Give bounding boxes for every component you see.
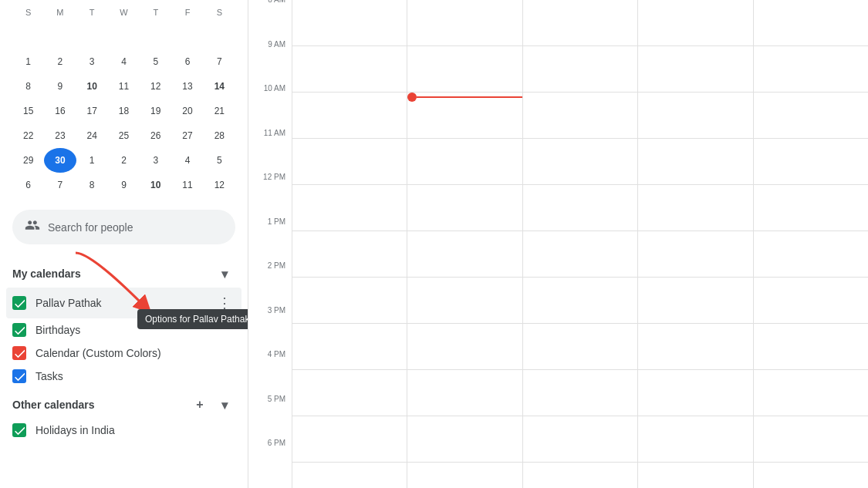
cal-day-6-6[interactable]: 12: [204, 173, 235, 197]
custom-label: Calendar (Custom Colors): [35, 347, 235, 359]
main-calendar-area: 8 AM 9 AM 10 AM 11 AM 12 PM 1 PM 2 PM 3 …: [248, 0, 868, 488]
other-calendars-collapse[interactable]: ▾: [214, 394, 235, 416]
cal-day-5-6[interactable]: 5: [204, 148, 235, 173]
cal-day-4-1[interactable]: 23: [44, 123, 76, 148]
other-calendars-add[interactable]: +: [189, 394, 211, 416]
day-column-2[interactable]: [407, 0, 522, 488]
weekday-t1: T: [76, 0, 108, 25]
weekday-m: M: [44, 0, 76, 25]
current-time-bar: [417, 96, 522, 98]
cal-day-3-1[interactable]: 16: [44, 99, 76, 123]
cal-day-2-4[interactable]: 12: [140, 74, 171, 99]
other-calendars-actions: + ▾: [189, 394, 235, 416]
other-calendars-label: Other calendars: [12, 399, 95, 411]
cal-day-5-0[interactable]: 29: [12, 148, 44, 173]
calendar-item-pallav[interactable]: Pallav Pathak ⋮ Options for Pallav Patha…: [6, 288, 241, 318]
weekday-s2: S: [204, 0, 235, 25]
pallav-options-button[interactable]: ⋮: [214, 292, 235, 314]
cal-day-3-2[interactable]: 17: [76, 99, 108, 123]
cal-day-5-1[interactable]: 30: [44, 148, 76, 173]
custom-checkbox: [12, 346, 26, 360]
cal-day-0-0[interactable]: [12, 25, 44, 49]
cal-day-3-4[interactable]: 19: [140, 99, 171, 123]
day-column-5[interactable]: [754, 0, 868, 488]
cal-day-1-0[interactable]: 1: [12, 49, 44, 74]
calendar-item-birthdays[interactable]: Birthdays: [6, 318, 241, 342]
time-labels: 8 AM 9 AM 10 AM 11 AM 12 PM 1 PM 2 PM 3 …: [248, 0, 292, 488]
cal-day-6-1[interactable]: 7: [44, 173, 76, 197]
cal-day-3-5[interactable]: 20: [171, 99, 203, 123]
cal-day-0-6[interactable]: [204, 25, 235, 49]
cal-day-3-3[interactable]: 18: [108, 99, 140, 123]
weekday-f: F: [171, 0, 203, 25]
cal-day-2-1[interactable]: 9: [44, 74, 76, 99]
cal-day-5-3[interactable]: 2: [108, 148, 140, 173]
time-grid: 8 AM 9 AM 10 AM 11 AM 12 PM 1 PM 2 PM 3 …: [248, 0, 868, 488]
cal-day-1-2[interactable]: 3: [76, 49, 108, 74]
cal-day-1-6[interactable]: 7: [204, 49, 235, 74]
cal-day-0-1[interactable]: [44, 25, 76, 49]
cal-day-6-5[interactable]: 11: [171, 173, 203, 197]
search-people-label: Search for people: [48, 221, 133, 234]
cal-day-2-5[interactable]: 13: [171, 74, 203, 99]
cal-day-0-3[interactable]: [108, 25, 140, 49]
time-4pm: 4 PM: [248, 355, 292, 399]
cal-day-5-4[interactable]: 3: [140, 148, 171, 173]
cal-day-2-6[interactable]: 14: [204, 74, 235, 99]
weekday-w: W: [108, 0, 140, 25]
cal-day-4-4[interactable]: 26: [140, 123, 171, 148]
cal-day-1-5[interactable]: 6: [171, 49, 203, 74]
cal-day-4-3[interactable]: 25: [108, 123, 140, 148]
pallav-checkbox: [12, 296, 26, 310]
cal-day-4-2[interactable]: 24: [76, 123, 108, 148]
cal-day-6-2[interactable]: 8: [76, 173, 108, 197]
time-10am: 10 AM: [248, 89, 292, 133]
cal-day-3-6[interactable]: 21: [204, 99, 235, 123]
my-calendars-label: My calendars: [12, 268, 81, 280]
day-column-3[interactable]: [523, 0, 638, 488]
cal-day-0-4[interactable]: [140, 25, 171, 49]
cal-day-4-6[interactable]: 28: [204, 123, 235, 148]
cal-day-3-0[interactable]: 15: [12, 99, 44, 123]
current-time-dot: [407, 93, 417, 102]
cal-day-1-4[interactable]: 5: [140, 49, 171, 74]
day-column-4[interactable]: [638, 0, 753, 488]
cal-day-6-0[interactable]: 6: [12, 173, 44, 197]
cal-day-0-5[interactable]: [171, 25, 203, 49]
cal-day-1-1[interactable]: 2: [44, 49, 76, 74]
calendar-item-custom[interactable]: Calendar (Custom Colors): [6, 342, 241, 365]
day-column-1[interactable]: [292, 0, 407, 488]
time-9am: 9 AM: [248, 45, 292, 89]
cal-day-4-0[interactable]: 22: [12, 123, 44, 148]
cal-day-2-0[interactable]: 8: [12, 74, 44, 99]
calendar-grid: S M T W T F S 12345678910111213141516171…: [12, 0, 235, 197]
cal-day-6-3[interactable]: 9: [108, 173, 140, 197]
other-calendars-header: Other calendars + ▾: [6, 388, 241, 419]
birthdays-checkbox: [12, 323, 26, 337]
weekday-t2: T: [140, 0, 171, 25]
time-1pm: 1 PM: [248, 222, 292, 267]
day-columns-area: [292, 0, 868, 488]
cal-day-2-3[interactable]: 11: [108, 74, 140, 99]
my-calendars-collapse[interactable]: ▾: [214, 263, 235, 284]
cal-day-6-4[interactable]: 10: [140, 173, 171, 197]
day-columns-wrapper: [292, 0, 868, 488]
holidays-label: Holidays in India: [35, 424, 235, 436]
time-12pm: 12 PM: [248, 177, 292, 222]
cal-day-4-5[interactable]: 27: [171, 123, 203, 148]
weekday-s1: S: [12, 0, 44, 25]
my-calendars-actions: ▾: [214, 263, 235, 284]
cal-day-1-3[interactable]: 4: [108, 49, 140, 74]
calendar-item-tasks[interactable]: Tasks: [6, 365, 241, 388]
current-time-indicator: [407, 93, 522, 102]
birthdays-label: Birthdays: [35, 324, 235, 336]
cal-day-5-5[interactable]: 4: [171, 148, 203, 173]
cal-day-0-2[interactable]: [76, 25, 108, 49]
people-icon: [25, 217, 40, 237]
calendar-item-holidays[interactable]: Holidays in India: [6, 419, 241, 442]
mini-calendar: S M T W T F S 12345678910111213141516171…: [6, 0, 241, 204]
cal-day-5-2[interactable]: 1: [76, 148, 108, 173]
cal-day-2-2[interactable]: 10: [76, 74, 108, 99]
my-calendars-header: My calendars ▾: [6, 257, 241, 288]
search-people-button[interactable]: Search for people: [12, 210, 235, 244]
